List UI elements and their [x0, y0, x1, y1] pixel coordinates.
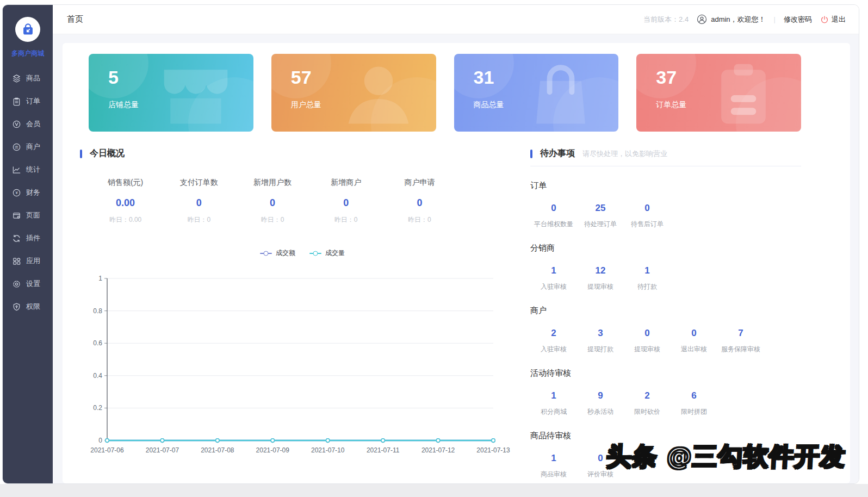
- toutiao-watermark: 头条 @三勾软件开发: [605, 440, 846, 474]
- today-stat-value: 0.00: [89, 197, 162, 209]
- todo-item-label: 提现审核: [624, 345, 671, 354]
- stat-value: 57: [291, 67, 436, 88]
- today-stat-label: 新增商户: [309, 178, 383, 188]
- sidebar-item-plugins[interactable]: 插件: [3, 227, 53, 250]
- merchant-circle-icon: 供: [12, 142, 21, 152]
- todo-item[interactable]: 1 待打款: [624, 265, 671, 291]
- todo-item[interactable]: 3 提现打款: [577, 328, 624, 354]
- todo-item[interactable]: 0 平台维权数量: [530, 203, 577, 229]
- app-logo: [15, 17, 40, 42]
- stat-label: 订单总量: [656, 100, 801, 110]
- today-stat-yesterday: 昨日：0: [309, 215, 383, 225]
- trend-line-chart: 00.20.40.60.812021-07-062021-07-072021-0…: [89, 263, 514, 459]
- todo-item-label: 入驻审核: [530, 282, 577, 291]
- todo-item-value: 1: [530, 390, 577, 401]
- today-stat-label: 新增用户数: [235, 178, 309, 188]
- sidebar-item-merchants[interactable]: 供 商户: [3, 135, 53, 158]
- todo-item[interactable]: 6 限时拼团: [671, 390, 717, 417]
- section-bar: [530, 150, 532, 158]
- svg-text:0: 0: [98, 437, 102, 444]
- todo-item[interactable]: 25 待处理订单: [577, 203, 624, 229]
- gear-icon: [12, 279, 21, 289]
- svg-text:1: 1: [98, 275, 102, 282]
- today-stat-merchant-applications: 商户申请 0 昨日：0: [383, 178, 456, 225]
- todo-item-value: 2: [624, 390, 671, 401]
- svg-text:供: 供: [15, 145, 18, 148]
- sidebar-item-members[interactable]: 会员: [3, 113, 53, 135]
- todo-group-title: 商户: [530, 306, 801, 316]
- chart-legend: 成交额 成交量: [89, 248, 516, 258]
- todo-item-value: 6: [671, 390, 717, 401]
- todo-item[interactable]: 2 入驻审核: [530, 328, 577, 354]
- today-stat-value: 0: [383, 197, 456, 209]
- todo-item[interactable]: 1 入驻审核: [530, 265, 577, 291]
- sidebar-item-label: 插件: [26, 233, 40, 243]
- today-stat-sales: 销售额(元) 0.00 昨日：0.00: [89, 178, 162, 225]
- todo-item-value: 0: [671, 328, 717, 339]
- sidebar-item-label: 财务: [26, 188, 40, 197]
- todo-item[interactable]: 2 限时砍价: [624, 390, 671, 417]
- sidebar-item-label: 权限: [26, 302, 40, 312]
- sidebar-menu: 商品 订单 会员 供 商户 统计 ¥ 财务: [3, 67, 53, 318]
- sidebar-item-orders[interactable]: 订单: [3, 90, 53, 113]
- sidebar-item-goods[interactable]: 商品: [3, 67, 53, 90]
- todo-item-label: 限时砍价: [624, 407, 671, 417]
- todo-item-value: 1: [530, 453, 577, 464]
- todo-group-activity-review: 活动待审核 1 积分商城 9 秒杀活动: [530, 368, 801, 417]
- todo-item-label: 待处理订单: [577, 220, 624, 229]
- sidebar-item-finance[interactable]: ¥ 财务: [3, 181, 53, 204]
- shield-icon: [12, 302, 21, 312]
- svg-text:2021-07-07: 2021-07-07: [146, 446, 179, 454]
- sidebar-item-pages[interactable]: 页面: [3, 204, 53, 227]
- legend-item-volume[interactable]: 成交量: [309, 248, 345, 258]
- svg-text:2021-07-13: 2021-07-13: [476, 446, 510, 454]
- stat-card-orders: 37 订单总量: [636, 54, 801, 132]
- top-header: 首页 当前版本：2.4 admin，欢迎您！ | 修改密码 退出: [53, 5, 859, 34]
- logout-button[interactable]: 退出: [820, 15, 846, 24]
- sidebar-item-label: 应用: [26, 256, 40, 266]
- svg-text:2021-07-08: 2021-07-08: [201, 446, 234, 454]
- change-password-button[interactable]: 修改密码: [784, 15, 812, 24]
- svg-text:2021-07-09: 2021-07-09: [256, 446, 290, 454]
- todo-item[interactable]: 0 待售后订单: [624, 203, 671, 229]
- todo-item[interactable]: 1 商品审核: [530, 453, 577, 479]
- todo-group-title: 活动待审核: [530, 368, 801, 378]
- layers-icon: [12, 74, 21, 83]
- stat-card-shops: 5 店铺总量: [89, 54, 253, 132]
- today-stat-new-merchants: 新增商户 0 昨日：0: [309, 178, 383, 225]
- user-menu[interactable]: admin，欢迎您！: [697, 14, 765, 24]
- todo-item[interactable]: 12 提现审核: [577, 265, 624, 291]
- today-section: 今日概况 销售额(元) 0.00 昨日：0.00 支付订单数 0: [89, 148, 516, 479]
- page-bottom-strip: [0, 484, 868, 497]
- logout-label: 退出: [832, 15, 846, 24]
- legend-marker-volume: [309, 253, 321, 254]
- todo-group-distributors: 分销商 1 入驻审核 12 提现审核: [530, 243, 801, 291]
- todo-item-label: 提现打款: [577, 345, 624, 354]
- todo-items-row: 0 平台维权数量 25 待处理订单 0 待售后订单: [530, 203, 801, 229]
- todo-items-row: 1 积分商城 9 秒杀活动 2 限时砍价: [530, 390, 801, 417]
- todo-item[interactable]: 0 提现审核: [624, 328, 671, 354]
- legend-item-amount[interactable]: 成交额: [260, 248, 295, 258]
- todo-title: 待办事项: [540, 148, 575, 159]
- shopping-bag-logo-icon: [21, 22, 35, 37]
- todo-item[interactable]: 1 积分商城: [530, 390, 577, 417]
- sidebar-item-permissions[interactable]: 权限: [3, 295, 53, 318]
- todo-item[interactable]: 9 秒杀活动: [577, 390, 624, 417]
- sidebar: 多商户商城 商品 订单 会员 供 商户 统计 ¥: [3, 5, 53, 483]
- todo-item[interactable]: 0 退出审核: [671, 328, 717, 354]
- section-bar: [80, 150, 82, 158]
- header-divider: |: [774, 15, 776, 23]
- todo-item-value: 7: [717, 328, 764, 339]
- sidebar-item-statistics[interactable]: 统计: [3, 158, 53, 181]
- todo-item-value: 9: [577, 390, 624, 401]
- sidebar-item-apps[interactable]: 应用: [3, 250, 53, 272]
- breadcrumb[interactable]: 首页: [67, 14, 83, 24]
- todo-item[interactable]: 7 服务保障审核: [717, 328, 764, 354]
- sidebar-item-settings[interactable]: 设置: [3, 272, 53, 295]
- today-stat-yesterday: 昨日：0: [235, 215, 309, 225]
- todo-item-value: 1: [624, 265, 671, 276]
- todo-item-value: 0: [624, 203, 671, 214]
- sidebar-item-label: 会员: [26, 119, 40, 129]
- today-stat-label: 销售额(元): [89, 178, 162, 188]
- brand-name: 多商户商城: [11, 49, 44, 58]
